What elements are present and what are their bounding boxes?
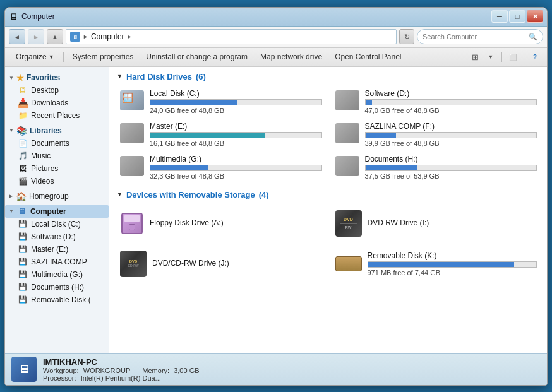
drive-c-item[interactable]: 🪟 Local Disk (C:) 24,0 GB free of 48,8 G… [117,86,325,117]
dvdrw-info: DVD RW Drive (I:) [368,218,537,229]
drive-h-item[interactable]: Documents (H:) 37,5 GB free of 53,9 GB [332,152,540,182]
drive-e-item[interactable]: Master (E:) 16,1 GB free of 48,8 GB [117,119,325,150]
hard-disk-drives-grid: 🪟 Local Disk (C:) 24,0 GB free of 48,8 G… [117,86,539,182]
sidebar-drive-e[interactable]: 💾 Master (E:) [5,243,109,256]
libraries-icon: 📚 [16,126,27,136]
uninstall-button[interactable]: Uninstall or change a program [140,50,253,64]
drive-k-label: Removable Disk ( [31,295,91,304]
drive-g-bar-container [150,165,322,171]
sidebar-item-videos[interactable]: 🎬 Videos [5,175,109,187]
drive-c-stats: 24,0 GB free of 48,8 GB [150,107,322,114]
drive-g-info: Multimedia (G:) 32,3 GB free of 48,8 GB [150,155,322,180]
homegroup-label: Homegroup [29,192,69,201]
up-button[interactable]: ▲ [47,29,63,44]
maximize-button[interactable]: □ [509,10,525,23]
drive-d-label: Software (D:) [31,232,76,241]
sidebar-item-homegroup[interactable]: ▶ 🏠 Homegroup [5,190,109,203]
favorites-toggle: ▼ [9,75,14,81]
drive-e-bar [150,133,265,138]
sidebar-item-documents[interactable]: 📄 Documents [5,137,109,150]
documents-icon: 📄 [18,138,28,148]
sidebar-drive-k[interactable]: 💾 Removable Disk ( [5,294,109,306]
sidebar-item-computer[interactable]: ▼ 🖥 Computer [5,205,109,218]
sidebar-drive-c[interactable]: 💾 Local Disk (C:) [5,218,109,230]
videos-icon: 🎬 [18,176,28,186]
hard-disk-section-title: ▼ Hard Disk Drives (6) [117,72,539,81]
computer-nav-icon: 🖥 [17,206,27,217]
hdd-section-label: Hard Disk Drives [126,72,192,81]
floppy-name: Floppy Disk Drive (A:) [150,218,322,227]
sidebar-drive-h[interactable]: 💾 Documents (H:) [5,281,109,294]
sidebar-item-music[interactable]: 🎵 Music [5,150,109,162]
downloads-folder-icon: 📥 [18,98,28,108]
removable-devices-grid: Floppy Disk Drive (A:) DVD RW DVD RW Dri… [117,205,539,283]
memory-label: Memory: [142,367,169,374]
status-line1: Workgroup: WORKGROUP Memory: 3,00 GB [43,367,541,374]
control-panel-button[interactable]: Open Control Panel [329,50,407,64]
drive-c-info: Local Disk (C:) 24,0 GB free of 48,8 GB [150,89,322,114]
close-button[interactable]: ✕ [527,10,543,23]
dvdcdrw-item[interactable]: DVD CD-RW DVD/CD-RW Drive (J:) [117,245,325,283]
sidebar-drive-d[interactable]: 💾 Software (D:) [5,230,109,243]
drive-f-bar-container [365,132,537,138]
organize-button[interactable]: Organize ▼ [10,50,60,64]
dvdcdrw-info: DVD/CD-RW Drive (J:) [152,259,322,269]
address-path[interactable]: 🖥 ► Computer ► [66,29,397,44]
floppy-item[interactable]: Floppy Disk Drive (A:) [117,205,325,242]
search-box[interactable]: 🔍 [417,29,543,44]
back-button[interactable]: ◄ [9,29,25,44]
search-icon: 🔍 [529,33,537,41]
status-computer-name: IMTIKHAN-PC [43,357,541,367]
star-icon: ★ [16,73,24,83]
sidebar-item-recent[interactable]: 📁 Recent Places [5,109,109,122]
search-input[interactable] [423,33,526,40]
drive-h-name: Documents (H:) [365,155,537,163]
drive-h-img [335,155,360,177]
drive-d-bar [366,100,373,105]
forward-button[interactable]: ► [28,29,44,44]
usb-k-stats: 971 MB free of 7,44 GB [368,269,537,276]
hdd-section-toggle[interactable]: ▼ [117,73,123,80]
computer-title-icon: 🖥 [9,11,19,21]
map-network-button[interactable]: Map network drive [255,50,328,64]
sidebar-drive-g[interactable]: 💾 Multimedia (G:) [5,268,109,281]
recent-icon: 📁 [18,110,28,121]
drive-f-stats: 39,9 GB free of 48,8 GB [365,140,537,147]
removable-section-toggle[interactable]: ▼ [117,191,123,198]
pictures-icon: 🖼 [18,163,28,174]
workgroup-label: Workgroup: [43,367,79,374]
minimize-button[interactable]: ─ [491,10,508,23]
drive-f-item[interactable]: SAZLINA COMP (F:) 39,9 GB free of 48,8 G… [332,119,540,150]
sidebar-item-downloads[interactable]: 📥 Downloads [5,97,109,109]
path-computer-icon: 🖥 [70,32,80,42]
drive-c-bar [150,100,237,105]
path-arrow-1: ► [83,33,88,40]
drive-g-item[interactable]: Multimedia (G:) 32,3 GB free of 48,8 GB [117,152,325,182]
system-properties-button[interactable]: System properties [67,50,140,64]
favorites-section: ▼ ★ Favorites 🖥 Desktop 📥 Downloads 📁 Re… [5,72,109,122]
view-dropdown-button[interactable]: ▼ [484,50,498,64]
path-arrow-2: ► [127,33,133,40]
status-info: IMTIKHAN-PC Workgroup: WORKGROUP Memory:… [43,357,541,382]
computer-section: ▼ 🖥 Computer 💾 Local Disk (C:) 💾 Softwar… [5,205,109,306]
dvdrw-item[interactable]: DVD RW DVD RW Drive (I:) [332,205,540,242]
usb-k-item[interactable]: Removable Disk (K:) 971 MB free of 7,44 … [332,245,540,283]
view-options-button[interactable]: ⊞ [468,50,482,64]
sidebar-item-pictures[interactable]: 🖼 Pictures [5,162,109,175]
favorites-header[interactable]: ▼ ★ Favorites [5,72,109,84]
preview-pane-button[interactable]: ⬜ [506,50,520,64]
libraries-header[interactable]: ▼ 📚 Libraries [5,124,109,137]
title-controls: ─ □ ✕ [491,10,543,23]
drive-f-bar [366,133,397,138]
drive-e-label: Master (E:) [31,245,68,254]
drive-e-bar-container [150,132,322,138]
help-button[interactable]: ? [528,50,542,64]
downloads-label: Downloads [31,98,68,107]
sidebar-drive-f[interactable]: 💾 SAZLINA COMP [5,256,109,268]
drive-d-icon: 💾 [18,232,28,242]
refresh-button[interactable]: ↻ [399,29,414,44]
processor-label: Processor: [43,374,76,382]
sidebar-item-desktop[interactable]: 🖥 Desktop [5,84,109,97]
path-label: Computer [91,32,124,41]
drive-d-item[interactable]: Software (D:) 47,0 GB free of 48,8 GB [332,86,540,117]
